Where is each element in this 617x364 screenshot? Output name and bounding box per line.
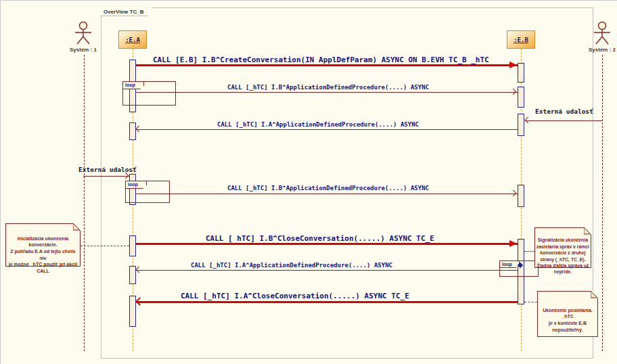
lifeline-head-eb[interactable]: :E.B	[507, 30, 535, 49]
note-right-top-text: Signalizácia ukončenia zasielania správ …	[536, 237, 589, 274]
note-fold-icon	[591, 291, 598, 298]
note-fold-icon	[73, 223, 81, 231]
actor-figure-icon	[591, 21, 614, 47]
external-event-right-label[interactable]: Externá udalosť	[535, 108, 593, 115]
frame-title-tab: OverView TC_B	[101, 7, 152, 16]
message-4-line[interactable]	[136, 129, 518, 130]
activation-bar-eb-4[interactable]	[518, 185, 524, 207]
activation-bar-ea-2[interactable]	[129, 122, 136, 140]
loop-fragment-2-label: loop	[125, 181, 147, 189]
message-7-line[interactable]	[136, 243, 518, 245]
actor-left-label: Systém : 1	[63, 47, 104, 53]
message-6-label[interactable]: CALL [_hTC] I.B^ApplicationDefinedProced…	[227, 185, 429, 191]
message-9-label[interactable]: CALL [_hTC] I.A^CloseConversation(.....)…	[181, 292, 409, 300]
message-1-label[interactable]: CALL [E.B] I.B^CreateConversation(IN App…	[153, 55, 489, 64]
message-6-line[interactable]	[136, 194, 518, 194]
message-3-line[interactable]	[525, 120, 602, 121]
message-9-line[interactable]	[136, 301, 518, 303]
activation-bar-eb-2[interactable]	[518, 87, 524, 108]
activation-bar-ea-4[interactable]	[129, 235, 136, 256]
note-right-top[interactable]: Signalizácia ukončenia zasielania správ …	[534, 227, 591, 268]
arrowhead-right-icon	[509, 240, 517, 247]
actor-figure-icon	[72, 21, 95, 47]
actor-right-lifeline	[602, 55, 603, 351]
note-right-bottom[interactable]: Ukončenie posielania. _hTC je v kontexte…	[537, 291, 598, 337]
sequence-diagram-canvas: OverView TC_B Systém : 1 Systém : 2 :E.A	[0, 0, 617, 364]
activation-bar-eb-1[interactable]	[518, 63, 524, 83]
lifeline-eb-label: :E.B	[513, 37, 528, 43]
external-event-left-label[interactable]: Externá udalosť	[78, 166, 137, 173]
message-4-label[interactable]: CALL [_hTC] I.A^ApplicationDefinedProced…	[217, 121, 419, 128]
loop-fragment-1-label: loop	[122, 81, 144, 89]
activation-bar-eb-3[interactable]	[518, 114, 524, 136]
message-7-label[interactable]: CALL [ hTC] I.B^CloseConversation(.....)…	[206, 234, 434, 243]
note-left-text: Inicializácia ukončenia konverzácie. Z p…	[9, 236, 77, 273]
frame-title: OverView TC_B	[104, 9, 143, 15]
loop-fragment-3-label: loop	[499, 260, 520, 268]
message-2-line[interactable]	[136, 92, 518, 93]
note-connector	[81, 246, 129, 246]
activation-bar-ea-5[interactable]	[129, 266, 136, 284]
note-right-bottom-text: Ukončenie posielania. _hTC je v kontexte…	[543, 308, 593, 332]
arrowhead-right-icon	[509, 62, 517, 68]
activation-bar-ea-6[interactable]	[129, 296, 136, 327]
note-left[interactable]: Inicializácia ukončenia konverzácie. Z p…	[5, 223, 81, 267]
lifeline-ea-label: :E.A	[125, 37, 140, 43]
message-8-label[interactable]: CALL [_hTC] I.A^ApplicationDefinedProced…	[191, 262, 392, 269]
message-2-label[interactable]: CALL [_hTC] I.B^ApplicationDefinedProced…	[227, 84, 429, 91]
note-connector	[524, 251, 534, 252]
message-8-line[interactable]	[136, 270, 518, 271]
actor-right-label: Systém : 2	[582, 47, 617, 53]
actor-left-lifeline	[84, 55, 85, 351]
message-1-line[interactable]	[136, 64, 518, 66]
note-connector	[524, 302, 537, 302]
note-fold-icon	[584, 227, 591, 235]
lifeline-head-ea[interactable]: :E.A	[118, 30, 147, 49]
